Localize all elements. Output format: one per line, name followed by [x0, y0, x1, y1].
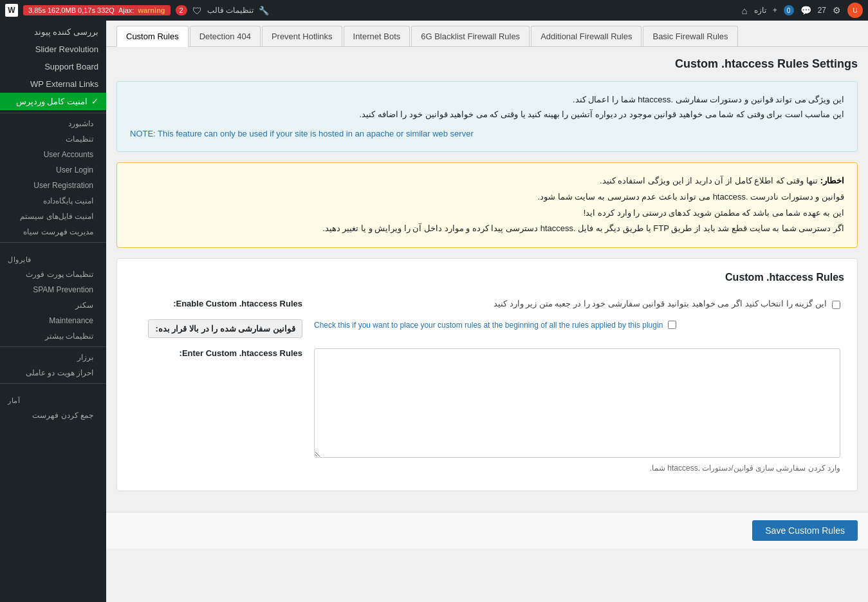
sidebar-item-label: تنظیمات بیشتر [45, 332, 93, 341]
form-table: Enable Custom .htaccess Rules: این گزینه… [130, 294, 844, 478]
tab-additional-firewall[interactable]: Additional Firewall Rules [531, 26, 642, 46]
enter-rules-label: Enter Custom .htaccess Rules: [180, 348, 302, 358]
tool-icon: 🔧 [259, 6, 269, 15]
tab-detection-404[interactable]: Detection 404 [190, 26, 261, 46]
tabs-bar: Custom Rules Detection 404 Prevent Hotli… [106, 21, 868, 47]
ajax-status: warning [138, 6, 165, 14]
sidebar-item-scanner[interactable]: سکنر [0, 297, 106, 313]
sidebar-item-label: احراز هویت دو عاملی [26, 368, 93, 377]
tab-internet-bots[interactable]: Internet Bots [344, 26, 411, 46]
sidebar-item-label: User Registration [33, 181, 93, 190]
sidebar-item-label: User Login [56, 165, 93, 174]
update-count[interactable]: 0 [784, 5, 794, 15]
tab-6g-blacklist[interactable]: 6G Blacklist Firewall Rules [411, 26, 530, 46]
sidebar-item-settings[interactable]: تنظیمات [0, 131, 106, 147]
sidebar-item-label: داشبورد [68, 119, 93, 128]
sidebar-item-label: WP External Links [30, 79, 98, 89]
save-custom-rules-button[interactable]: Save Custom Rules [752, 520, 858, 541]
sidebar-item-label: Maintenance [49, 316, 93, 325]
warning-line3: این به عهده شما می باشد که مطمئن شوید کد… [130, 205, 844, 221]
sidebar-item-dashboard[interactable]: داشبورد [0, 116, 106, 131]
sidebar-item-blacklist[interactable]: مدیریت فهرست سیاه [0, 224, 106, 240]
site-count: 27 [818, 6, 826, 15]
place-at-top-checkbox[interactable] [668, 321, 676, 329]
sidebar-item-user-reg[interactable]: User Registration [0, 178, 106, 193]
firewall-section-label: فایروال [0, 245, 106, 267]
warning-bold: اخطار: [820, 176, 844, 185]
plus-icon[interactable]: + [773, 6, 777, 15]
custom-rules-card: Custom .htaccess Rules Enable Custom .ht… [116, 258, 858, 491]
sidebar-item-more-settings[interactable]: تنظیمات بیشتر [0, 328, 106, 344]
sidebar-item-db-security[interactable]: امنیت پایگاه‌داده [0, 193, 106, 209]
shield-icon: 🛡 [192, 5, 202, 16]
sidebar-item-label: سکنر [75, 301, 93, 310]
content-area: Custom .htaccess Rules Settings این ویژگ… [106, 47, 868, 512]
place-at-top-label: قوانین سفارشی شده را در بالا قرار بده: [148, 319, 302, 338]
sidebar-item-label: Support Board [44, 62, 98, 71]
sidebar-item-label: تنظیمات پورت فورث [26, 270, 93, 279]
enable-rules-row: Enable Custom .htaccess Rules: این گزینه… [130, 294, 844, 314]
avatar[interactable]: U [847, 3, 863, 18]
sidebar-item-wp-security[interactable]: ✓ امنیت کامل وردپرس [0, 93, 106, 110]
enable-rules-label: Enable Custom .htaccess Rules: [173, 299, 302, 308]
tab-custom-rules[interactable]: Custom Rules [116, 26, 189, 47]
sidebar-item-slider-rev[interactable]: Slider Revolution [0, 41, 106, 58]
sidebar-divider-2 [0, 242, 106, 243]
sidebar-item-maintenance[interactable]: Maintenance [0, 313, 106, 328]
sidebar-item-user-login[interactable]: User Login [0, 162, 106, 178]
enter-rules-label-cell: Enter Custom .htaccess Rules: [130, 343, 310, 478]
enable-rules-label-cell: Enable Custom .htaccess Rules: [130, 294, 310, 314]
sidebar-item-file-sys[interactable]: امنیت فایل‌های سیستم [0, 209, 106, 224]
sidebar-item-spam-prevention[interactable]: SPAM Prevention [0, 282, 106, 297]
enable-rules-desc: این گزینه را انتخاب کنید اگر می خواهید ب… [494, 299, 827, 308]
place-at-top-check-row: Check this if you want to place your cus… [314, 319, 840, 331]
sidebar-item-label: امنیت کامل وردپرس [16, 97, 88, 106]
tab-basic-firewall[interactable]: Basic Firewall Rules [643, 26, 737, 46]
wp-logo-icon[interactable]: W [5, 4, 18, 17]
sidebar-item-firewall-settings[interactable]: تنظیمات پورت فورث [0, 267, 106, 282]
admin-bar: W 3,85s 162,0MB 0,17s 332Q Ajax: warning… [0, 0, 868, 21]
enable-rules-input-cell: این گزینه را انتخاب کنید اگر می خواهید ب… [310, 294, 844, 314]
sidebar-item-virus[interactable]: برزار [0, 350, 106, 365]
sidebar-item-two-factor[interactable]: احراز هویت دو عاملی [0, 365, 106, 381]
warning-box: اخطار: تنها وقتی که اطلاع کامل از آن دار… [116, 162, 858, 248]
new-label[interactable]: تازه [754, 6, 766, 15]
enter-rules-row: Enter Custom .htaccess Rules: وارد کردن … [130, 343, 844, 478]
comment-icon[interactable]: 💬 [800, 5, 811, 15]
sidebar-divider-4 [0, 383, 106, 384]
sidebar: بررسی کننده پیوند Slider Revolution Supp… [0, 21, 106, 602]
sidebar-item-support-board[interactable]: Support Board [0, 58, 106, 75]
info-line1: این ویژگی می تواند قوانین و دستورات سفار… [130, 92, 844, 107]
alert-badge[interactable]: 2 [176, 5, 187, 15]
perf-stats: 3,85s 162,0MB 0,17s 332Q [28, 6, 115, 14]
warning-line2: قوانین و دستورات نادرست .htaccess می توا… [130, 189, 844, 205]
custom-rules-textarea[interactable] [314, 348, 840, 458]
sidebar-item-label: امنیت فایل‌های سیستم [20, 212, 93, 221]
stats-section-label: آمار [0, 386, 106, 408]
sidebar-item-user-accounts[interactable]: User Accounts [0, 147, 106, 162]
sidebar-item-browse-links[interactable]: بررسی کننده پیوند [0, 23, 106, 41]
sidebar-item-label: SPAM Prevention [33, 285, 93, 294]
sidebar-item-label: امنیت پایگاه‌داده [43, 196, 93, 205]
sidebar-item-compile-list[interactable]: جمع کردن فهرست [0, 408, 106, 423]
home-icon[interactable]: ⌂ [742, 5, 748, 16]
main-content: Custom Rules Detection 404 Prevent Hotli… [106, 21, 868, 602]
ajax-label: Ajax: [118, 6, 134, 14]
save-btn-row: Save Custom Rules [106, 512, 868, 549]
card-title: Custom .htaccess Rules [130, 272, 844, 283]
perf-info: 3,85s 162,0MB 0,17s 332Q Ajax: warning [23, 5, 171, 15]
gear-icon[interactable]: ⚙ [833, 5, 841, 15]
sidebar-item-label: Slider Revolution [35, 44, 98, 54]
place-at-top-input-cell: Check this if you want to place your cus… [310, 314, 844, 343]
place-at-top-en-text: Check this if you want to place your cus… [314, 319, 663, 331]
tab-prevent-hotlinks[interactable]: Prevent Hotlinks [262, 26, 342, 46]
info-note-en: NOTE: This feature can only be used if y… [130, 126, 844, 141]
sidebar-item-label: User Accounts [44, 150, 93, 159]
check-icon: ✓ [91, 97, 98, 106]
warning-line4: اگر دسترسی شما به سایت قطع شد باید از طر… [130, 221, 844, 237]
settings-label[interactable]: تنظیمات قالب [207, 6, 254, 15]
enable-rules-checkbox[interactable] [832, 301, 840, 309]
info-box-blue: این ویژگی می تواند قوانین و دستورات سفار… [116, 81, 858, 152]
sidebar-item-label: تنظیمات [66, 135, 93, 144]
sidebar-item-wp-external[interactable]: WP External Links [0, 75, 106, 93]
